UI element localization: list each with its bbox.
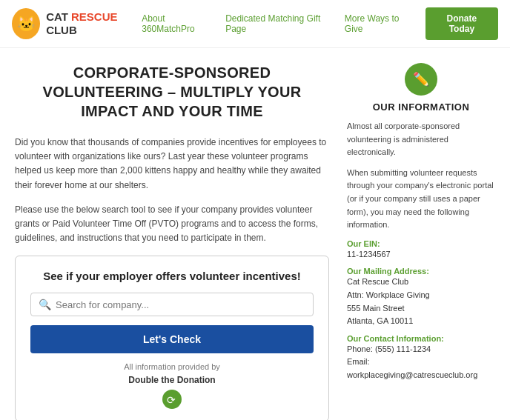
ein-value: 11-1234567	[347, 248, 495, 261]
email-label: Email:	[347, 356, 495, 369]
body-paragraph-1: Did you know that thousands of companies…	[15, 136, 329, 193]
phone-value: Phone: (555) 111-1234	[347, 343, 495, 356]
search-input-container[interactable]: 🔍	[30, 293, 314, 316]
mailing-value: Cat Rescue Club Attn: Workplace Giving 5…	[347, 276, 495, 327]
nav-link-more-ways[interactable]: More Ways to Give	[345, 13, 412, 34]
nav-link-matching[interactable]: Dedicated Matching Gift Page	[225, 13, 331, 34]
donate-button[interactable]: Donate Today	[425, 7, 498, 40]
logo: 🐱 CAT RESCUE CLUB	[12, 8, 142, 39]
left-column: CORPORATE-SPONSORED VOLUNTEERING – MULTI…	[15, 63, 347, 420]
widget-title: See if your employer offers volunteer in…	[30, 270, 314, 282]
site-header: 🐱 CAT RESCUE CLUB About 360MatchPro Dedi…	[0, 0, 510, 48]
ein-label: Our EIN:	[347, 239, 495, 248]
logo-text: CAT RESCUE CLUB	[46, 10, 142, 37]
lets-check-button[interactable]: Let's Check	[30, 325, 314, 353]
powered-by: All information provided by Double the D…	[30, 361, 314, 409]
search-input[interactable]	[56, 299, 305, 310]
contact-label: Our Contact Information:	[347, 334, 495, 343]
email-value: workplacegiving@catrescueclub.org	[347, 369, 495, 382]
mailing-label: Our Mailing Address:	[347, 267, 495, 276]
sidebar-intro-2: When submitting volunteer requests throu…	[347, 167, 495, 232]
sidebar-intro-1: Almost all corporate-sponsored volunteer…	[347, 120, 495, 159]
main-nav: About 360MatchPro Dedicated Matching Gif…	[142, 7, 498, 40]
nav-link-about[interactable]: About 360MatchPro	[142, 13, 212, 34]
employer-search-widget: See if your employer offers volunteer in…	[15, 256, 329, 420]
double-the-donation-icon	[162, 390, 182, 409]
body-paragraph-2: Please use the below search tool to see …	[15, 203, 329, 246]
info-icon: ✏️	[405, 63, 437, 96]
page-title: CORPORATE-SPONSORED VOLUNTEERING – MULTI…	[15, 63, 329, 121]
logo-icon: 🐱	[12, 8, 40, 39]
main-content: CORPORATE-SPONSORED VOLUNTEERING – MULTI…	[0, 48, 510, 420]
sidebar-section-title: OUR INFORMATION	[347, 101, 495, 113]
search-icon: 🔍	[39, 299, 51, 310]
right-sidebar: ✏️ OUR INFORMATION Almost all corporate-…	[347, 63, 495, 420]
